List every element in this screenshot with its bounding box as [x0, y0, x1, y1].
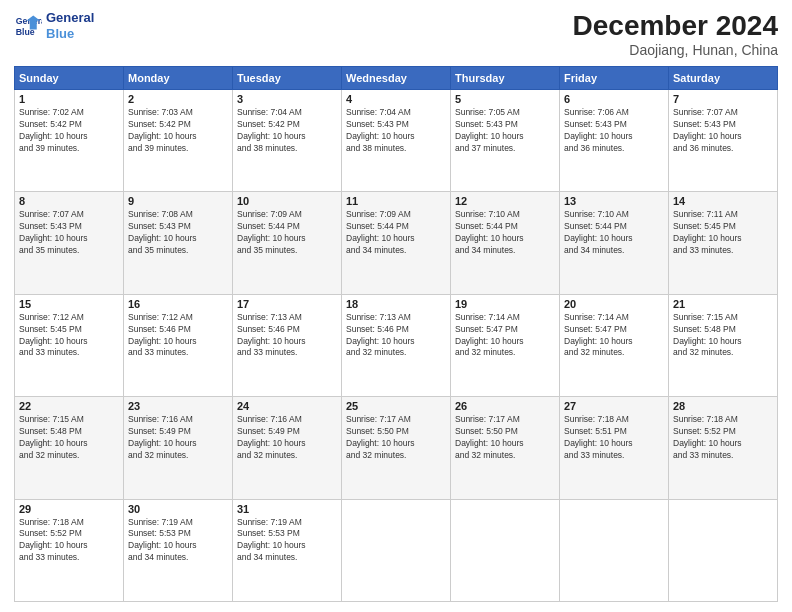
calendar-week-1: 1Sunrise: 7:02 AM Sunset: 5:42 PM Daylig… [15, 90, 778, 192]
day-number: 2 [128, 93, 228, 105]
day-info: Sunrise: 7:15 AM Sunset: 5:48 PM Dayligh… [19, 414, 119, 462]
calendar-day-12: 12Sunrise: 7:10 AM Sunset: 5:44 PM Dayli… [451, 192, 560, 294]
day-info: Sunrise: 7:18 AM Sunset: 5:51 PM Dayligh… [564, 414, 664, 462]
location: Daojiang, Hunan, China [573, 42, 778, 58]
day-info: Sunrise: 7:07 AM Sunset: 5:43 PM Dayligh… [19, 209, 119, 257]
calendar-day-3: 3Sunrise: 7:04 AM Sunset: 5:42 PM Daylig… [233, 90, 342, 192]
day-info: Sunrise: 7:12 AM Sunset: 5:45 PM Dayligh… [19, 312, 119, 360]
day-number: 5 [455, 93, 555, 105]
day-info: Sunrise: 7:16 AM Sunset: 5:49 PM Dayligh… [128, 414, 228, 462]
logo-text-2: Blue [46, 26, 94, 42]
page: General Blue General Blue December 2024 … [0, 0, 792, 612]
calendar-day-6: 6Sunrise: 7:06 AM Sunset: 5:43 PM Daylig… [560, 90, 669, 192]
day-info: Sunrise: 7:16 AM Sunset: 5:49 PM Dayligh… [237, 414, 337, 462]
logo: General Blue General Blue [14, 10, 94, 41]
day-number: 7 [673, 93, 773, 105]
calendar-day-1: 1Sunrise: 7:02 AM Sunset: 5:42 PM Daylig… [15, 90, 124, 192]
month-title: December 2024 [573, 10, 778, 42]
day-number: 24 [237, 400, 337, 412]
calendar-day-9: 9Sunrise: 7:08 AM Sunset: 5:43 PM Daylig… [124, 192, 233, 294]
day-info: Sunrise: 7:08 AM Sunset: 5:43 PM Dayligh… [128, 209, 228, 257]
calendar-day-8: 8Sunrise: 7:07 AM Sunset: 5:43 PM Daylig… [15, 192, 124, 294]
day-number: 17 [237, 298, 337, 310]
weekday-header-saturday: Saturday [669, 67, 778, 90]
day-number: 4 [346, 93, 446, 105]
day-info: Sunrise: 7:11 AM Sunset: 5:45 PM Dayligh… [673, 209, 773, 257]
day-info: Sunrise: 7:13 AM Sunset: 5:46 PM Dayligh… [346, 312, 446, 360]
calendar-week-4: 22Sunrise: 7:15 AM Sunset: 5:48 PM Dayli… [15, 397, 778, 499]
day-info: Sunrise: 7:18 AM Sunset: 5:52 PM Dayligh… [19, 517, 119, 565]
calendar-day-11: 11Sunrise: 7:09 AM Sunset: 5:44 PM Dayli… [342, 192, 451, 294]
day-info: Sunrise: 7:15 AM Sunset: 5:48 PM Dayligh… [673, 312, 773, 360]
calendar-table: SundayMondayTuesdayWednesdayThursdayFrid… [14, 66, 778, 602]
calendar-day-29: 29Sunrise: 7:18 AM Sunset: 5:52 PM Dayli… [15, 499, 124, 601]
calendar-day-2: 2Sunrise: 7:03 AM Sunset: 5:42 PM Daylig… [124, 90, 233, 192]
day-number: 18 [346, 298, 446, 310]
empty-cell [669, 499, 778, 601]
day-number: 11 [346, 195, 446, 207]
calendar-day-31: 31Sunrise: 7:19 AM Sunset: 5:53 PM Dayli… [233, 499, 342, 601]
calendar-day-10: 10Sunrise: 7:09 AM Sunset: 5:44 PM Dayli… [233, 192, 342, 294]
day-number: 19 [455, 298, 555, 310]
calendar-day-27: 27Sunrise: 7:18 AM Sunset: 5:51 PM Dayli… [560, 397, 669, 499]
day-info: Sunrise: 7:06 AM Sunset: 5:43 PM Dayligh… [564, 107, 664, 155]
day-info: Sunrise: 7:04 AM Sunset: 5:43 PM Dayligh… [346, 107, 446, 155]
day-number: 22 [19, 400, 119, 412]
weekday-header-row: SundayMondayTuesdayWednesdayThursdayFrid… [15, 67, 778, 90]
svg-text:General: General [16, 16, 42, 26]
day-number: 10 [237, 195, 337, 207]
day-number: 12 [455, 195, 555, 207]
logo-icon: General Blue [14, 12, 42, 40]
weekday-header-sunday: Sunday [15, 67, 124, 90]
calendar-day-5: 5Sunrise: 7:05 AM Sunset: 5:43 PM Daylig… [451, 90, 560, 192]
day-number: 9 [128, 195, 228, 207]
day-info: Sunrise: 7:02 AM Sunset: 5:42 PM Dayligh… [19, 107, 119, 155]
weekday-header-monday: Monday [124, 67, 233, 90]
day-number: 23 [128, 400, 228, 412]
day-number: 21 [673, 298, 773, 310]
day-info: Sunrise: 7:14 AM Sunset: 5:47 PM Dayligh… [564, 312, 664, 360]
day-number: 31 [237, 503, 337, 515]
calendar-day-17: 17Sunrise: 7:13 AM Sunset: 5:46 PM Dayli… [233, 294, 342, 396]
day-number: 28 [673, 400, 773, 412]
header: General Blue General Blue December 2024 … [14, 10, 778, 58]
day-info: Sunrise: 7:05 AM Sunset: 5:43 PM Dayligh… [455, 107, 555, 155]
calendar-week-2: 8Sunrise: 7:07 AM Sunset: 5:43 PM Daylig… [15, 192, 778, 294]
day-info: Sunrise: 7:03 AM Sunset: 5:42 PM Dayligh… [128, 107, 228, 155]
calendar-day-18: 18Sunrise: 7:13 AM Sunset: 5:46 PM Dayli… [342, 294, 451, 396]
calendar-day-19: 19Sunrise: 7:14 AM Sunset: 5:47 PM Dayli… [451, 294, 560, 396]
empty-cell [560, 499, 669, 601]
day-number: 13 [564, 195, 664, 207]
day-number: 14 [673, 195, 773, 207]
day-number: 30 [128, 503, 228, 515]
logo-text-1: General [46, 10, 94, 26]
empty-cell [342, 499, 451, 601]
weekday-header-thursday: Thursday [451, 67, 560, 90]
weekday-header-tuesday: Tuesday [233, 67, 342, 90]
day-info: Sunrise: 7:19 AM Sunset: 5:53 PM Dayligh… [128, 517, 228, 565]
day-info: Sunrise: 7:17 AM Sunset: 5:50 PM Dayligh… [455, 414, 555, 462]
day-info: Sunrise: 7:07 AM Sunset: 5:43 PM Dayligh… [673, 107, 773, 155]
day-info: Sunrise: 7:19 AM Sunset: 5:53 PM Dayligh… [237, 517, 337, 565]
day-info: Sunrise: 7:04 AM Sunset: 5:42 PM Dayligh… [237, 107, 337, 155]
day-info: Sunrise: 7:18 AM Sunset: 5:52 PM Dayligh… [673, 414, 773, 462]
calendar-day-20: 20Sunrise: 7:14 AM Sunset: 5:47 PM Dayli… [560, 294, 669, 396]
empty-cell [451, 499, 560, 601]
day-number: 1 [19, 93, 119, 105]
calendar-day-25: 25Sunrise: 7:17 AM Sunset: 5:50 PM Dayli… [342, 397, 451, 499]
day-number: 8 [19, 195, 119, 207]
calendar-day-7: 7Sunrise: 7:07 AM Sunset: 5:43 PM Daylig… [669, 90, 778, 192]
calendar-day-24: 24Sunrise: 7:16 AM Sunset: 5:49 PM Dayli… [233, 397, 342, 499]
calendar-body: 1Sunrise: 7:02 AM Sunset: 5:42 PM Daylig… [15, 90, 778, 602]
weekday-header-friday: Friday [560, 67, 669, 90]
day-info: Sunrise: 7:09 AM Sunset: 5:44 PM Dayligh… [346, 209, 446, 257]
day-number: 29 [19, 503, 119, 515]
day-info: Sunrise: 7:14 AM Sunset: 5:47 PM Dayligh… [455, 312, 555, 360]
day-info: Sunrise: 7:12 AM Sunset: 5:46 PM Dayligh… [128, 312, 228, 360]
day-info: Sunrise: 7:10 AM Sunset: 5:44 PM Dayligh… [564, 209, 664, 257]
calendar-day-26: 26Sunrise: 7:17 AM Sunset: 5:50 PM Dayli… [451, 397, 560, 499]
calendar-day-16: 16Sunrise: 7:12 AM Sunset: 5:46 PM Dayli… [124, 294, 233, 396]
day-info: Sunrise: 7:10 AM Sunset: 5:44 PM Dayligh… [455, 209, 555, 257]
calendar-day-28: 28Sunrise: 7:18 AM Sunset: 5:52 PM Dayli… [669, 397, 778, 499]
day-number: 6 [564, 93, 664, 105]
